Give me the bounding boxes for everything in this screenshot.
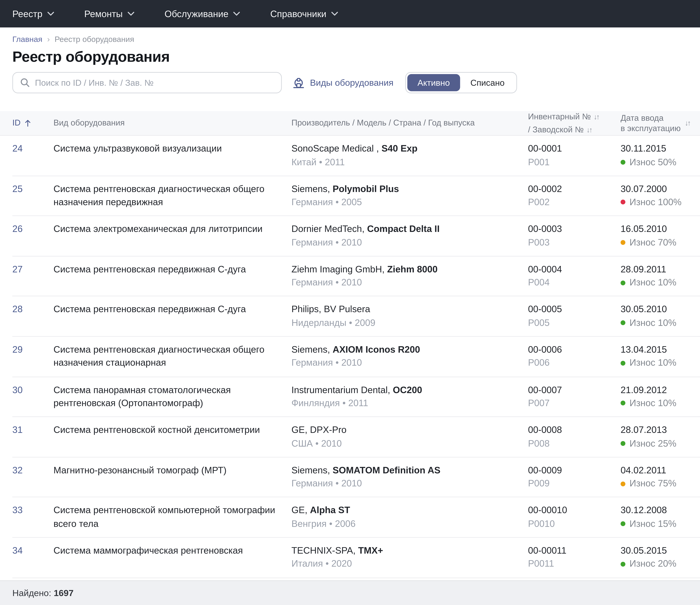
table-row[interactable]: 26 Система электромеханическая для литот… (12, 216, 700, 257)
row-wear: Износ 10% (621, 356, 691, 370)
wear-indicator-dot (621, 320, 625, 325)
row-inventory-cell: 00-0002 Р002 (528, 182, 621, 216)
row-date-cell: 30.05.2010 Износ 10% (621, 303, 700, 336)
row-id[interactable]: 33 (12, 504, 53, 537)
footer-bar: Найдено: 1697 8/8 столбцов (0, 580, 700, 605)
row-inventory-number: 00-0002 (528, 182, 611, 196)
row-inventory-cell: 00-0008 Р008 (528, 424, 621, 457)
table-row[interactable]: 30 Система панорамная стоматологическая … (12, 377, 700, 417)
row-serial-number: Р006 (528, 356, 611, 370)
wear-indicator-dot (621, 481, 625, 486)
search-box (12, 72, 282, 93)
table-row[interactable]: 32 Магнитно-резонансный томограф (МРТ) S… (12, 457, 700, 498)
row-manufacturer: TECHNIX-SPA, (292, 545, 356, 556)
chevron-down-icon (233, 11, 240, 16)
table-row[interactable]: 27 Система рентгеновская передвижная С-д… (12, 257, 700, 297)
top-navbar: Реестр Ремонты Обслуживание Справочники (0, 0, 700, 27)
row-equipment-type: Система рентгеновской компьютерной томог… (53, 504, 292, 537)
row-manufacturer: SonoScape Medical , (292, 143, 379, 154)
row-id[interactable]: 30 (12, 383, 53, 416)
row-id[interactable]: 34 (12, 544, 53, 577)
search-input[interactable] (35, 78, 274, 88)
row-id[interactable]: 31 (12, 424, 53, 457)
row-commissioning-date: 30.07.2000 (621, 182, 691, 196)
row-serial-number: Р0010 (528, 517, 611, 531)
row-wear: Износ 75% (621, 477, 691, 490)
table-row[interactable]: 29 Система рентгеновская диагностическая… (12, 337, 700, 377)
row-model: AXIOM Iconos R200 (333, 344, 420, 355)
row-country-year: США • 2010 (292, 437, 519, 450)
inventory-header-line1: Инвентарный № (528, 112, 591, 122)
row-wear-label: Износ 75% (629, 477, 676, 490)
row-equipment-type: Система рентгеновская передвижная С-дуга (53, 303, 292, 336)
row-manufacturer-cell: Siemens, SOMATOM Definition AS Германия … (292, 464, 528, 497)
row-wear: Износ 10% (621, 316, 691, 330)
row-inventory-cell: 00-0003 Р003 (528, 222, 621, 256)
table-row[interactable]: 31 Система рентгеновской костной денсито… (12, 417, 700, 457)
row-manufacturer-cell: GE, Alpha ST Венгрия • 2006 (292, 504, 528, 537)
equipment-types-link[interactable]: Виды оборудования (293, 77, 393, 88)
row-id[interactable]: 27 (12, 263, 53, 296)
row-equipment-type: Система маммографическая рентгеновская (53, 544, 292, 577)
row-country-year: Германия • 2010 (292, 276, 519, 289)
row-inventory-number: 00-0003 (528, 222, 611, 236)
column-header-type: Вид оборудования (53, 118, 292, 128)
row-country-year: Финляндия • 2011 (292, 396, 519, 410)
breadcrumb-home-link[interactable]: Главная (12, 35, 42, 43)
results-count-label: Найдено: (12, 588, 51, 598)
row-date-cell: 21.09.2012 Износ 10% (621, 383, 700, 416)
menu-item-maintenance[interactable]: Обслуживание (165, 8, 240, 19)
row-manufacturer: Instrumentarium Dental, (292, 385, 390, 395)
row-id[interactable]: 29 (12, 343, 53, 376)
row-id[interactable]: 24 (12, 142, 53, 175)
row-id[interactable]: 28 (12, 303, 53, 336)
breadcrumb: Главная › Реестр оборудования (0, 27, 700, 43)
row-commissioning-date: 30.11.2015 (621, 142, 691, 155)
row-date-cell: 04.02.2011 Износ 75% (621, 464, 700, 497)
row-wear-label: Износ 100% (629, 195, 681, 209)
row-manufacturer-cell: GE, DPX-Pro США • 2010 (292, 424, 528, 457)
results-count: Найдено: 1697 (12, 588, 74, 598)
row-model: Compact Delta II (367, 224, 440, 234)
tab-written-off[interactable]: Списано (460, 74, 515, 91)
row-id[interactable]: 25 (12, 182, 53, 216)
row-commissioning-date: 28.09.2011 (621, 263, 691, 276)
row-serial-number: Р009 (528, 477, 611, 490)
row-inventory-cell: 00-0009 Р009 (528, 464, 621, 497)
row-inventory-number: 00-0004 (528, 263, 611, 276)
row-id[interactable]: 26 (12, 222, 53, 256)
table-row[interactable]: 34 Система маммографическая рентгеновска… (12, 538, 700, 578)
row-id[interactable]: 32 (12, 464, 53, 497)
results-count-value: 1697 (54, 588, 74, 598)
wear-indicator-dot (621, 401, 625, 406)
wear-indicator-dot (621, 280, 625, 285)
table-row[interactable]: 28 Система рентгеновская передвижная С-д… (12, 297, 700, 337)
table-row[interactable]: 33 Система рентгеновской компьютерной то… (12, 498, 700, 538)
row-manufacturer: GE, (292, 505, 307, 515)
row-inventory-number: 00-0006 (528, 343, 611, 357)
column-header-date[interactable]: Дата ввода в эксплуатацию ↓↑ (621, 113, 700, 133)
row-date-cell: 16.05.2010 Износ 70% (621, 222, 700, 256)
row-commissioning-date: 04.02.2011 (621, 464, 691, 477)
column-header-inventory[interactable]: Инвентарный №↓↑ / Заводской №↓↑ (528, 112, 621, 135)
menu-item-label: Ремонты (84, 8, 123, 19)
row-country-year: Германия • 2010 (292, 477, 519, 490)
menu-item-registry[interactable]: Реестр (12, 8, 54, 19)
column-header-id[interactable]: ID (12, 118, 53, 128)
row-manufacturer: Philips, (292, 304, 321, 314)
row-wear: Износ 50% (621, 155, 691, 169)
row-inventory-number: 00-0005 (528, 303, 611, 316)
row-equipment-type: Система ультразвуковой визуализации (53, 142, 292, 175)
row-serial-number: Р001 (528, 155, 611, 169)
row-wear: Износ 10% (621, 276, 691, 289)
menu-item-directories[interactable]: Справочники (270, 8, 338, 19)
tab-active[interactable]: Активно (407, 74, 460, 91)
table-row[interactable]: 24 Система ультразвуковой визуализации S… (12, 136, 700, 176)
menu-item-repairs[interactable]: Ремонты (84, 8, 134, 19)
row-manufacturer-cell: Instrumentarium Dental, OC200 Финляндия … (292, 383, 528, 416)
row-model: TMX+ (358, 545, 383, 556)
row-wear-label: Износ 50% (629, 155, 676, 169)
row-wear-label: Износ 10% (629, 356, 676, 370)
row-wear: Износ 100% (621, 195, 691, 209)
table-row[interactable]: 25 Система рентгеновская диагностическая… (12, 176, 700, 216)
